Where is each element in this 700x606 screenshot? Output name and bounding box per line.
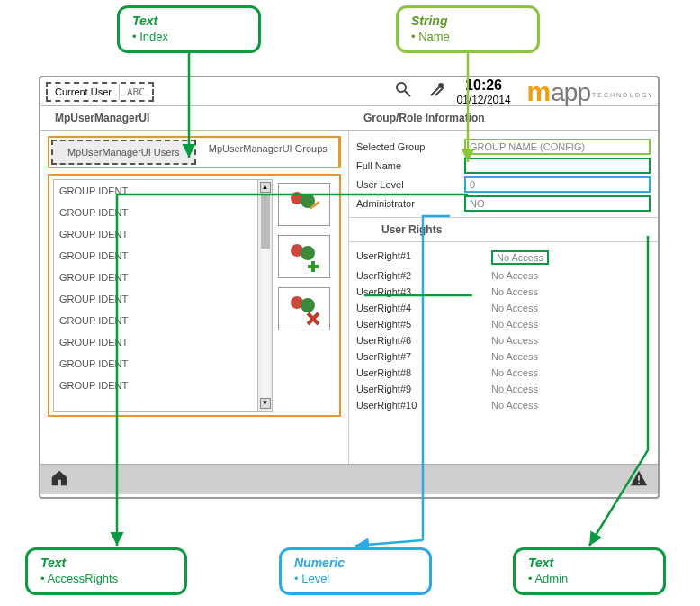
- tab-main-left: MpUserManagerUI: [40, 106, 349, 130]
- callout-string-name: String Name: [396, 5, 540, 53]
- subtab-users[interactable]: MpUserManagerUI Users: [51, 140, 196, 165]
- list-item[interactable]: GROUP IDENT: [54, 288, 257, 310]
- user-right-value: No Access: [491, 384, 538, 394]
- topbar: Current User ABC 10:26 01/12/2014 m app …: [40, 77, 658, 106]
- scroll-up-button[interactable]: ▲: [260, 182, 271, 193]
- user-right-label: UserRight#8: [356, 367, 491, 378]
- user-right-value: No Access: [491, 270, 538, 281]
- svg-rect-16: [638, 475, 640, 481]
- callout-bullet: Admin: [528, 572, 651, 585]
- user-right-value: No Access: [491, 351, 538, 362]
- user-right-row: UserRight#4No Access: [356, 300, 651, 316]
- user-right-row: UserRight#10No Access: [356, 397, 651, 413]
- user-level-label: User Level: [356, 179, 464, 190]
- group-listbox[interactable]: GROUP IDENTGROUP IDENTGROUP IDENTGROUP I…: [53, 179, 273, 412]
- subtab-groups[interactable]: MpUserManagerUI Groups: [198, 138, 340, 167]
- full-name-value[interactable]: [464, 158, 651, 174]
- user-right-row: UserRight#6No Access: [356, 332, 651, 348]
- current-user-value: ABC: [120, 84, 152, 100]
- list-item[interactable]: GROUP IDENT: [54, 375, 257, 396]
- search-icon[interactable]: [394, 80, 412, 103]
- user-right-label: UserRight#5: [356, 319, 491, 330]
- callout-numeric-level: Numeric Level: [279, 547, 432, 595]
- callout-text-index: Text Index: [117, 5, 261, 53]
- user-right-value: No Access: [491, 286, 538, 297]
- user-rights-header: User Rights: [349, 217, 658, 242]
- scroll-down-button[interactable]: ▼: [260, 398, 271, 409]
- callout-bullet: Name: [411, 30, 525, 43]
- selected-group-value[interactable]: GROUP NAME (CONFIG): [464, 139, 651, 155]
- list-item[interactable]: GROUP IDENT: [54, 267, 257, 288]
- list-item[interactable]: GROUP IDENT: [54, 353, 257, 375]
- time: 10:26: [457, 77, 511, 94]
- user-right-row: UserRight#9No Access: [356, 381, 651, 397]
- callout-bullet: Index: [132, 30, 246, 43]
- mapp-logo: m app TECHNOLOGY: [527, 77, 652, 107]
- list-item[interactable]: GROUP IDENT: [54, 223, 257, 245]
- user-right-value: No Access: [491, 367, 538, 378]
- svg-point-9: [301, 246, 315, 260]
- scrollbar[interactable]: ▲ ▼: [257, 180, 272, 411]
- callout-title: String: [411, 14, 525, 28]
- user-right-label: UserRight#3: [356, 286, 491, 297]
- user-right-row: UserRight#8No Access: [356, 365, 651, 381]
- app-window: Current User ABC 10:26 01/12/2014 m app …: [39, 76, 660, 499]
- scroll-thumb[interactable]: [261, 194, 270, 249]
- user-right-row: UserRight#3No Access: [356, 284, 651, 300]
- callout-title: Text: [528, 556, 651, 570]
- user-right-label: UserRight#1: [356, 250, 491, 265]
- list-item[interactable]: GROUP IDENT: [54, 331, 257, 353]
- callout-text-admin: Text Admin: [513, 547, 666, 595]
- callout-text-accessrights: Text AccessRights: [25, 547, 187, 595]
- user-right-label: UserRight#4: [356, 303, 491, 313]
- svg-line-1: [405, 91, 410, 96]
- group-list-area: GROUP IDENTGROUP IDENTGROUP IDENTGROUP I…: [48, 174, 341, 417]
- clock: 10:26 01/12/2014: [457, 77, 511, 106]
- svg-point-13: [301, 298, 315, 312]
- subtabs: MpUserManagerUI Users MpUserManagerUI Gr…: [48, 136, 341, 168]
- user-right-row: UserRight#1No Access: [356, 248, 651, 267]
- user-right-value: No Access: [491, 335, 538, 346]
- user-level-value[interactable]: 0: [464, 176, 651, 193]
- list-item[interactable]: GROUP IDENT: [54, 310, 257, 331]
- user-right-label: UserRight#2: [356, 270, 491, 281]
- alert-icon[interactable]: [629, 468, 649, 491]
- user-right-row: UserRight#7No Access: [356, 348, 651, 365]
- user-right-label: UserRight#6: [356, 335, 491, 346]
- callout-title: Text: [132, 14, 246, 28]
- footer: [40, 464, 658, 494]
- user-right-value: No Access: [491, 400, 538, 411]
- list-item[interactable]: GROUP IDENT: [54, 202, 257, 223]
- user-right-row: UserRight#5No Access: [356, 316, 651, 332]
- administrator-label: Administrator: [356, 198, 464, 209]
- delete-group-button[interactable]: [278, 287, 330, 330]
- svg-rect-17: [638, 483, 640, 484]
- user-right-value: No Access: [491, 303, 538, 313]
- tools-icon[interactable]: [428, 80, 446, 103]
- list-item[interactable]: GROUP IDENT: [54, 245, 257, 267]
- user-right-label: UserRight#9: [356, 384, 491, 394]
- callout-bullet: Level: [294, 572, 417, 585]
- user-right-label: UserRight#10: [356, 400, 491, 411]
- full-name-label: Full Name: [356, 160, 464, 171]
- date: 01/12/2014: [457, 94, 511, 106]
- user-right-label: UserRight#7: [356, 351, 491, 362]
- user-right-value: No Access: [491, 250, 549, 265]
- home-icon[interactable]: [49, 468, 69, 491]
- callout-bullet: AccessRights: [40, 572, 172, 585]
- user-right-value: No Access: [491, 319, 538, 330]
- tab-main-right: Group/Role Information: [349, 106, 658, 130]
- list-item[interactable]: GROUP IDENT: [54, 180, 257, 202]
- edit-group-button[interactable]: [278, 183, 330, 226]
- callout-title: Numeric: [294, 556, 417, 570]
- add-group-button[interactable]: [278, 235, 330, 278]
- svg-point-4: [438, 83, 444, 88]
- administrator-value[interactable]: NO: [464, 195, 651, 212]
- user-right-row: UserRight#2No Access: [356, 267, 651, 284]
- callout-title: Text: [40, 556, 172, 570]
- selected-group-label: Selected Group: [356, 141, 464, 152]
- section-titles: MpUserManagerUI Group/Role Information: [40, 106, 658, 131]
- svg-point-0: [397, 83, 406, 92]
- current-user-box: Current User ABC: [46, 82, 154, 102]
- current-user-label: Current User: [48, 84, 120, 100]
